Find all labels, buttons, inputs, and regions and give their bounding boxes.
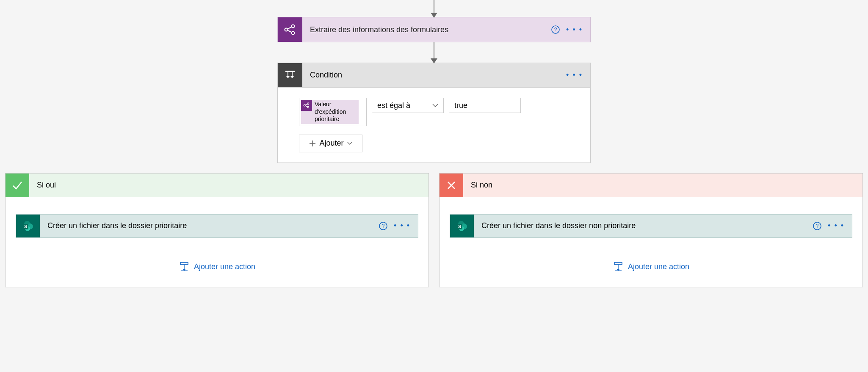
plus-icon <box>309 140 316 147</box>
add-action-button[interactable]: Ajouter une action <box>16 262 418 273</box>
condition-value-input[interactable]: true <box>449 98 521 113</box>
action-title: Extraire des informations des formulaire… <box>302 25 551 34</box>
more-menu-icon[interactable]: • • • <box>828 221 844 230</box>
svg-line-4 <box>287 30 292 33</box>
help-icon[interactable]: ? <box>813 221 822 231</box>
svg-text:S: S <box>24 224 27 229</box>
condition-add-button[interactable]: Ajouter <box>299 135 362 152</box>
condition-header[interactable]: Condition • • • <box>278 63 590 88</box>
svg-text:S: S <box>458 224 461 229</box>
svg-rect-7 <box>285 71 295 72</box>
svg-line-16 <box>305 106 307 107</box>
svg-line-3 <box>287 27 292 29</box>
help-icon[interactable]: ? <box>379 221 388 231</box>
more-menu-icon[interactable]: • • • <box>566 71 583 80</box>
branch-no: Si non S Créer un fichier dans le dossie… <box>439 173 863 287</box>
action-card-create-file-priority[interactable]: S Créer un fichier dans le dossier prior… <box>16 214 418 238</box>
svg-point-1 <box>292 25 295 28</box>
chevron-down-icon <box>347 141 352 145</box>
operator-value: est égal à <box>377 101 410 110</box>
branch-yes: Si oui S Créer un fichier dans le dossie… <box>5 173 429 287</box>
check-icon <box>6 174 29 197</box>
action-title: Créer un fichier dans le dossier priorit… <box>40 221 379 230</box>
sharepoint-icon: S <box>450 215 474 237</box>
svg-rect-26 <box>180 262 188 265</box>
action-title: Créer un fichier dans le dossier non pri… <box>474 221 813 230</box>
ai-builder-icon <box>301 100 312 111</box>
flow-arrow <box>434 42 434 63</box>
add-label: Ajouter <box>319 139 343 148</box>
chevron-down-icon <box>432 103 438 107</box>
action-card-extract[interactable]: Extraire des informations des formulaire… <box>277 17 591 42</box>
branch-no-header[interactable]: Si non <box>440 174 862 197</box>
add-action-label: Ajouter une action <box>194 262 255 271</box>
condition-left-operand[interactable]: Valeur d'expédition prioritaire <box>299 98 367 126</box>
svg-text:?: ? <box>554 27 557 33</box>
flow-arrow <box>434 0 434 17</box>
svg-marker-11 <box>290 76 294 78</box>
svg-text:?: ? <box>382 223 385 229</box>
more-menu-icon[interactable]: • • • <box>394 221 410 230</box>
svg-point-14 <box>307 106 309 108</box>
add-action-label: Ajouter une action <box>628 262 689 271</box>
more-menu-icon[interactable]: • • • <box>566 25 583 34</box>
svg-point-2 <box>292 32 295 35</box>
branch-yes-title: Si oui <box>29 181 64 190</box>
condition-card: Condition • • • Valeur d'expédition <box>277 63 591 163</box>
svg-point-12 <box>304 105 305 106</box>
branch-no-title: Si non <box>463 181 500 190</box>
condition-operator-select[interactable]: est égal à <box>372 98 444 113</box>
svg-line-15 <box>305 104 307 105</box>
svg-rect-39 <box>614 262 622 265</box>
add-action-button[interactable]: Ajouter une action <box>450 262 852 273</box>
add-step-icon <box>179 262 190 273</box>
value-text: true <box>454 101 467 110</box>
add-step-icon <box>613 262 624 273</box>
close-icon <box>440 174 463 197</box>
svg-point-13 <box>307 103 309 105</box>
ai-builder-icon <box>278 17 302 42</box>
sharepoint-icon: S <box>16 215 40 237</box>
action-card-create-file-non-priority[interactable]: S Créer un fichier dans le dossier non p… <box>450 214 852 238</box>
condition-icon <box>278 63 302 87</box>
svg-marker-10 <box>286 76 290 78</box>
svg-point-0 <box>285 28 288 31</box>
condition-title: Condition <box>302 71 566 80</box>
svg-text:?: ? <box>816 223 819 229</box>
token-label: Valeur d'expédition prioritaire <box>312 100 359 124</box>
help-icon[interactable]: ? <box>551 25 560 34</box>
branch-yes-header[interactable]: Si oui <box>6 174 428 197</box>
